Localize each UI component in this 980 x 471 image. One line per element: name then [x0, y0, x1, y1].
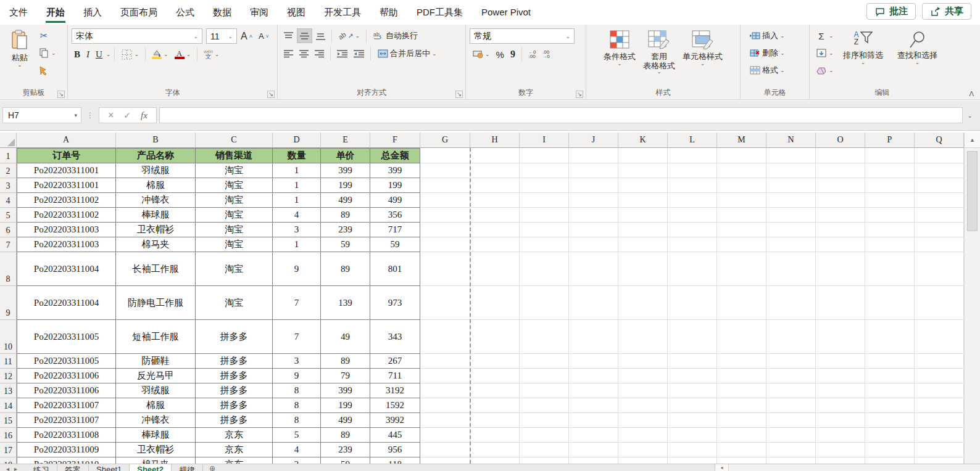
cell-P16[interactable]	[865, 428, 915, 443]
cell-I13[interactable]	[520, 383, 569, 398]
name-box-dropdown-icon[interactable]: ▾	[74, 112, 81, 118]
sheet-tab-Sheet1[interactable]: Sheet1	[89, 464, 130, 471]
insert-cells-button[interactable]: 插入 ⌄	[747, 28, 805, 43]
cell-M2[interactable]	[717, 163, 766, 178]
cell-C6[interactable]: 淘宝	[196, 223, 273, 237]
cell-P11[interactable]	[865, 354, 915, 369]
tab-page-layout[interactable]: 页面布局	[111, 0, 167, 25]
cell-L4[interactable]	[668, 193, 717, 208]
clear-button[interactable]: ⌄	[813, 63, 836, 78]
cell-N4[interactable]	[766, 193, 816, 208]
cell-I7[interactable]	[520, 237, 569, 252]
cell-O3[interactable]	[816, 178, 865, 193]
cell-L18[interactable]	[668, 457, 717, 464]
cell-G6[interactable]	[420, 223, 470, 237]
cell-O5[interactable]	[816, 208, 865, 223]
cell-L11[interactable]	[668, 354, 717, 369]
cell-K10[interactable]	[618, 320, 668, 354]
cell-H1[interactable]	[470, 148, 520, 163]
cell-D2[interactable]: 1	[273, 163, 321, 178]
tab-power-pivot[interactable]: Power Pivot	[472, 0, 540, 25]
cell-P12[interactable]	[865, 369, 915, 383]
cell-A10[interactable]: Po202203311005	[17, 320, 116, 354]
cell-J6[interactable]	[569, 223, 618, 237]
cell-P17[interactable]	[865, 443, 915, 457]
cell-L6[interactable]	[668, 223, 717, 237]
column-header-Q[interactable]: Q	[915, 133, 964, 148]
vertical-scrollbar[interactable]: ▲	[964, 133, 980, 464]
comma-style-button[interactable]: 9	[508, 47, 518, 62]
cell-O13[interactable]	[816, 383, 865, 398]
cell-Q16[interactable]	[915, 428, 964, 443]
cell-N16[interactable]	[766, 428, 816, 443]
horizontal-scrollbar[interactable]: ◂	[715, 464, 980, 471]
row-header-7[interactable]: 7	[0, 237, 17, 252]
cell-E15[interactable]: 499	[321, 413, 370, 428]
cell-M18[interactable]	[717, 457, 766, 464]
cell-A16[interactable]: Po202203311008	[17, 428, 116, 443]
clipboard-dialog-launcher[interactable]: ↘	[57, 91, 65, 98]
row-header-10[interactable]: 10	[0, 320, 17, 354]
cell-O14[interactable]	[816, 398, 865, 413]
name-box[interactable]: H7 ▾	[2, 107, 81, 123]
row-header-15[interactable]: 15	[0, 413, 17, 428]
cell-I9[interactable]	[520, 286, 569, 320]
cell-B12[interactable]: 反光马甲	[116, 369, 196, 383]
cell-I6[interactable]	[520, 223, 569, 237]
cell-B18[interactable]: 棉马夹	[116, 457, 196, 464]
cell-G8[interactable]	[420, 252, 470, 286]
cell-O15[interactable]	[816, 413, 865, 428]
tab-formulas[interactable]: 公式	[167, 0, 204, 25]
cell-E7[interactable]: 59	[321, 237, 370, 252]
cell-N13[interactable]	[766, 383, 816, 398]
cell-C16[interactable]: 京东	[196, 428, 273, 443]
cell-N9[interactable]	[766, 286, 816, 320]
cell-A12[interactable]: Po202203311006	[17, 369, 116, 383]
format-as-table-button[interactable]: 套用 表格格式 ⌄	[639, 27, 679, 76]
cell-C15[interactable]: 拼多多	[196, 413, 273, 428]
cell-J10[interactable]	[569, 320, 618, 354]
cell-F18[interactable]: 118	[370, 457, 420, 464]
cell-M4[interactable]	[717, 193, 766, 208]
cell-A5[interactable]: Po202203311002	[17, 208, 116, 223]
cell-J4[interactable]	[569, 193, 618, 208]
cell-M3[interactable]	[717, 178, 766, 193]
cell-L1[interactable]	[668, 148, 717, 163]
cell-H15[interactable]	[470, 413, 520, 428]
cell-Q1[interactable]	[915, 148, 964, 163]
column-header-E[interactable]: E	[321, 133, 370, 148]
cell-H2[interactable]	[470, 163, 520, 178]
cell-E16[interactable]: 89	[321, 428, 370, 443]
cell-A11[interactable]: Po202203311005	[17, 354, 116, 369]
cell-P6[interactable]	[865, 223, 915, 237]
cell-N11[interactable]	[766, 354, 816, 369]
cell-P9[interactable]	[865, 286, 915, 320]
cell-I11[interactable]	[520, 354, 569, 369]
cell-H10[interactable]	[470, 320, 520, 354]
font-dialog-launcher[interactable]: ↘	[267, 91, 275, 98]
cell-H8[interactable]	[470, 252, 520, 286]
cell-M11[interactable]	[717, 354, 766, 369]
cell-Q8[interactable]	[915, 252, 964, 286]
row-header-11[interactable]: 11	[0, 354, 17, 369]
cell-K8[interactable]	[618, 252, 668, 286]
cell-C10[interactable]: 拼多多	[196, 320, 273, 354]
increase-indent-button[interactable]	[351, 46, 367, 61]
cell-L17[interactable]	[668, 443, 717, 457]
cell-F1[interactable]: 总金额	[370, 148, 420, 163]
cell-F6[interactable]: 717	[370, 223, 420, 237]
align-right-button[interactable]	[312, 46, 326, 61]
cell-I4[interactable]	[520, 193, 569, 208]
cell-E8[interactable]: 89	[321, 252, 370, 286]
decrease-decimal-button[interactable]: .00 →0	[539, 47, 552, 62]
row-header-6[interactable]: 6	[0, 223, 17, 237]
enter-icon[interactable]: ✓	[123, 110, 131, 120]
cell-D5[interactable]: 4	[273, 208, 321, 223]
cell-G15[interactable]	[420, 413, 470, 428]
cell-K7[interactable]	[618, 237, 668, 252]
cell-J12[interactable]	[569, 369, 618, 383]
cell-Q2[interactable]	[915, 163, 964, 178]
cell-B9[interactable]: 防静电工作服	[116, 286, 196, 320]
bold-button[interactable]: B	[72, 47, 83, 62]
cell-P10[interactable]	[865, 320, 915, 354]
